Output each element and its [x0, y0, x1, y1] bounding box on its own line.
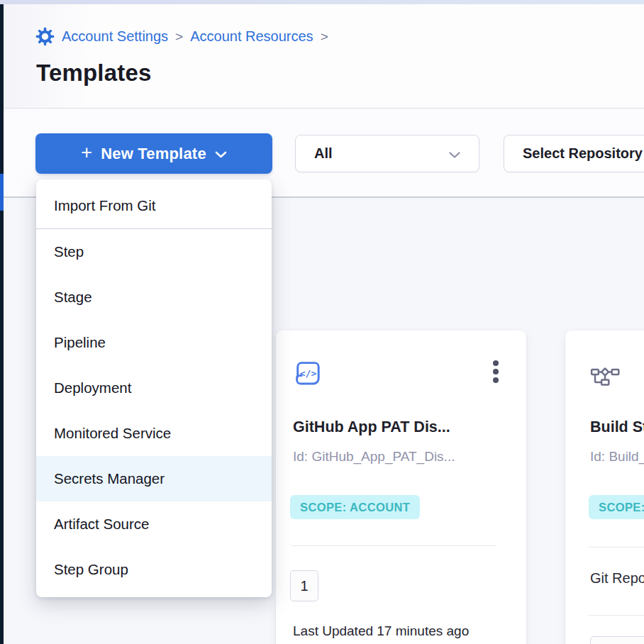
- scope-badge: SCOPE: ACCOUNT: [290, 495, 420, 519]
- settings-gear-icon[interactable]: [35, 27, 55, 46]
- new-template-button[interactable]: + New Template: [35, 133, 272, 174]
- template-id: Id: Build_: [590, 449, 644, 465]
- menu-item-artifact-source[interactable]: Artifact Source: [36, 501, 272, 547]
- menu-item-deployment[interactable]: Deployment: [36, 365, 272, 411]
- breadcrumb: Account Settings > Account Resources >: [35, 27, 328, 46]
- top-accent-bar: [0, 0, 644, 4]
- template-card-build-stage[interactable]: Build Sta Id: Build_ SCOPE: ACCOUNT Git …: [565, 331, 644, 644]
- menu-item-secrets-manager[interactable]: Secrets Manager: [36, 456, 272, 501]
- menu-item-pipeline[interactable]: Pipeline: [36, 320, 272, 365]
- git-repo-label: Git Repo: [590, 570, 644, 587]
- scope-badge: SCOPE: ACCOUNT: [589, 495, 644, 519]
- repository-filter[interactable]: Select Repository: [504, 135, 644, 172]
- collapsed-sidebar-strip[interactable]: [0, 4, 4, 644]
- new-template-dropdown-menu: Import From Git Step Stage Pipeline Depl…: [36, 179, 272, 597]
- card-divider: [589, 547, 644, 548]
- breadcrumb-account-resources[interactable]: Account Resources: [190, 28, 313, 45]
- menu-item-step-group[interactable]: Step Group: [36, 547, 272, 592]
- menu-item-stage[interactable]: Stage: [36, 274, 272, 320]
- card-divider: [292, 545, 496, 546]
- card-menu-kebab-icon[interactable]: [492, 357, 499, 386]
- template-card-github-app-pat[interactable]: </> GitHub App PAT Dis... Id: GitHub_App…: [276, 331, 526, 644]
- last-updated-text: Last Updated 17 minutes ago: [293, 623, 469, 639]
- template-type-filter[interactable]: All: [295, 135, 479, 172]
- stage-flow-icon: [590, 363, 621, 389]
- breadcrumb-separator: >: [175, 29, 183, 45]
- version-chip[interactable]: 1: [590, 636, 644, 644]
- page-header: Account Settings > Account Resources > T…: [4, 4, 644, 109]
- template-title: Build Sta: [590, 418, 644, 436]
- plus-icon: +: [81, 143, 92, 162]
- chevron-down-icon: [449, 152, 460, 158]
- new-template-label: New Template: [101, 145, 206, 163]
- version-chip[interactable]: 1: [290, 570, 318, 601]
- code-scroll-icon: </>: [292, 357, 326, 394]
- template-id: Id: GitHub_App_PAT_Dis...: [293, 449, 455, 465]
- template-type-filter-value: All: [314, 145, 333, 162]
- menu-item-import-from-git[interactable]: Import From Git: [36, 183, 272, 228]
- menu-item-step[interactable]: Step: [36, 229, 272, 274]
- breadcrumb-separator: >: [321, 29, 328, 45]
- menu-item-monitored-service[interactable]: Monitored Service: [36, 411, 272, 456]
- svg-text:</>: </>: [300, 368, 317, 379]
- repository-filter-label: Select Repository: [523, 145, 643, 162]
- chevron-down-icon: [215, 151, 227, 158]
- card-divider: [589, 615, 644, 616]
- template-title: GitHub App PAT Dis...: [293, 418, 450, 436]
- sidebar-active-indicator: [0, 174, 4, 211]
- breadcrumb-account-settings[interactable]: Account Settings: [62, 28, 168, 45]
- page-title: Templates: [36, 60, 152, 87]
